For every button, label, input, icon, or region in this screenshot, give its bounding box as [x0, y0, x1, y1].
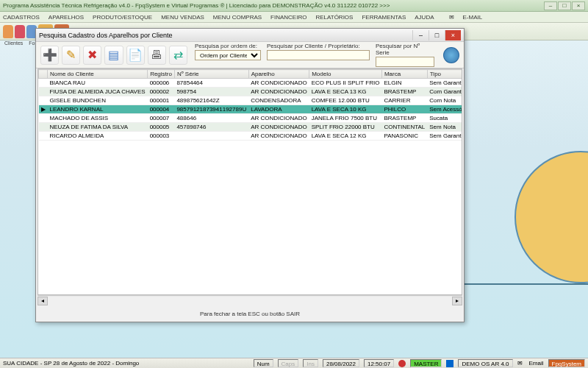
cell[interactable]: Sem Acessórios: [427, 105, 462, 114]
cell[interactable]: LAVA E SECA 12 KG: [309, 132, 382, 141]
add-button[interactable]: ➕: [40, 46, 59, 65]
dialog-hscrollbar[interactable]: ◂ ▸: [37, 295, 462, 305]
menu-item[interactable]: APARELHOS: [49, 14, 84, 21]
print-button[interactable]: 🖶: [148, 46, 166, 65]
close-button[interactable]: ×: [572, 1, 585, 10]
menu-item[interactable]: AJUDA: [415, 14, 434, 21]
table-row[interactable]: ▶LEANDRO KARNAL0000049857912187394119278…: [39, 105, 463, 114]
cell[interactable]: 000001: [148, 96, 175, 105]
cell[interactable]: Sem Garantia: [427, 79, 462, 88]
cell[interactable]: COMFEE 12.000 BTU: [309, 96, 382, 105]
cell[interactable]: [174, 132, 248, 141]
cell[interactable]: 488646: [174, 114, 248, 123]
cell[interactable]: [39, 88, 48, 96]
list-button[interactable]: ▤: [104, 46, 123, 65]
results-grid[interactable]: Nome do Cliente Registro Nº Série Aparel…: [38, 69, 462, 141]
cell[interactable]: 000005: [148, 123, 175, 132]
scroll-left-button[interactable]: ◂: [37, 297, 48, 305]
table-row[interactable]: BIANCA RAU00000687854464AR CONDICIONADOE…: [39, 79, 463, 88]
cell[interactable]: CONTINENTAL: [381, 123, 427, 132]
cell[interactable]: CARRIER: [381, 96, 427, 105]
cell[interactable]: FIUSA DE ALMEIDA JUCA CHAVES: [48, 88, 148, 96]
cell[interactable]: [39, 114, 48, 123]
status-email[interactable]: Email: [529, 360, 544, 367]
minimize-button[interactable]: –: [544, 1, 557, 10]
cell[interactable]: 000006: [148, 79, 175, 88]
cell[interactable]: ▶: [39, 105, 48, 114]
search-serial-input[interactable]: [376, 57, 434, 67]
cell[interactable]: SPLIT FRIO 22000 BTU: [309, 123, 382, 132]
cell[interactable]: ELGIN: [381, 79, 427, 88]
cell[interactable]: 000002: [148, 88, 175, 96]
dialog-maximize-button[interactable]: □: [429, 30, 445, 40]
cell[interactable]: LAVA E SECA 13 KG: [309, 88, 382, 96]
menu-item[interactable]: RELATÓRIOS: [315, 14, 353, 21]
dialog-minimize-button[interactable]: –: [412, 30, 429, 40]
maximize-button[interactable]: □: [558, 1, 571, 10]
table-row[interactable]: RICARDO ALMEIDA000003AR CONDICIONADOLAVA…: [39, 132, 463, 141]
status-brand[interactable]: FpqSystem: [548, 359, 585, 367]
cell[interactable]: JANELA FRIO 7500 BTU: [309, 114, 382, 123]
col-aparelho[interactable]: Aparelho: [248, 70, 309, 79]
menu-email[interactable]: E-MAIL: [463, 14, 483, 21]
table-row[interactable]: NEUZA DE FATIMA DA SILVA000005457898746A…: [39, 123, 463, 132]
cell[interactable]: BRASTEMP: [381, 114, 427, 123]
cell[interactable]: AR CONDICIONADO: [248, 79, 309, 88]
cell[interactable]: LEANDRO KARNAL: [48, 105, 148, 114]
cell[interactable]: PHILCO: [381, 105, 427, 114]
menu-item[interactable]: MENU VENDAS: [161, 14, 204, 21]
record-icon[interactable]: [398, 360, 406, 367]
col-tipo[interactable]: Tipo: [427, 70, 462, 79]
document-button[interactable]: 📄: [126, 46, 145, 65]
delete-button[interactable]: ✖: [83, 46, 101, 65]
menu-item[interactable]: FERRAMENTAS: [362, 14, 406, 21]
cell[interactable]: ECO PLUS II SPLIT FRIO: [309, 79, 382, 88]
cell[interactable]: Sucata: [427, 114, 462, 123]
scroll-track[interactable]: [48, 297, 452, 305]
cell[interactable]: 000004: [148, 105, 175, 114]
person-icon[interactable]: [3, 25, 13, 38]
col-indicator[interactable]: [39, 70, 48, 79]
table-row[interactable]: MACHADO DE ASSIS000007488646AR CONDICION…: [39, 114, 463, 123]
dialog-close-button[interactable]: ×: [445, 30, 461, 40]
cell[interactable]: 98579121873941192789U: [174, 105, 248, 114]
cell[interactable]: Com Garantia: [427, 88, 462, 96]
cell[interactable]: 489875621642Z: [174, 96, 248, 105]
cell[interactable]: AR CONDICIONADO: [248, 114, 309, 123]
cell[interactable]: AR CONDICIONADO: [248, 132, 309, 141]
cell[interactable]: 87854464: [174, 79, 248, 88]
cell[interactable]: [39, 132, 48, 141]
cell[interactable]: LAVA E SECA 10 KG: [309, 105, 382, 114]
edit-button[interactable]: ✎: [62, 46, 80, 65]
cell[interactable]: 000007: [148, 114, 175, 123]
col-registro[interactable]: Registro: [148, 70, 175, 79]
cell[interactable]: BIANCA RAU: [48, 79, 148, 88]
cell[interactable]: MACHADO DE ASSIS: [48, 114, 148, 123]
table-row[interactable]: FIUSA DE ALMEIDA JUCA CHAVES000002598754…: [39, 88, 463, 96]
email-icon[interactable]: ✉: [517, 360, 525, 367]
menu-item[interactable]: FINANCEIRO: [270, 14, 306, 21]
person-icon[interactable]: [15, 25, 25, 38]
cell[interactable]: [39, 79, 48, 88]
cell[interactable]: [39, 96, 48, 105]
search-client-input[interactable]: [267, 50, 370, 60]
export-button[interactable]: ⇄: [169, 46, 187, 65]
cell[interactable]: RICARDO ALMEIDA: [48, 132, 148, 141]
cell[interactable]: LAVADORA: [248, 105, 309, 114]
cell[interactable]: AR CONDICIONADO: [248, 123, 309, 132]
menu-item[interactable]: MENU COMPRAS: [213, 14, 262, 21]
menu-item[interactable]: PRODUTO/ESTOQUE: [93, 14, 152, 21]
cell[interactable]: Sem Garantia: [427, 132, 462, 141]
col-marca[interactable]: Marca: [381, 70, 427, 79]
cell[interactable]: AR CONDICIONADO: [248, 88, 309, 96]
cell[interactable]: CONDENSADORA: [248, 96, 309, 105]
cell[interactable]: 598754: [174, 88, 248, 96]
cell[interactable]: PANASONIC: [381, 132, 427, 141]
cell[interactable]: Com Nota: [427, 96, 462, 105]
cell[interactable]: 000003: [148, 132, 175, 141]
cell[interactable]: Sem Nota: [427, 123, 462, 132]
cell[interactable]: NEUZA DE FATIMA DA SILVA: [48, 123, 148, 132]
menu-item[interactable]: CADASTROS: [3, 14, 40, 21]
cell[interactable]: [39, 123, 48, 132]
cell[interactable]: BRASTEMP: [381, 88, 427, 96]
